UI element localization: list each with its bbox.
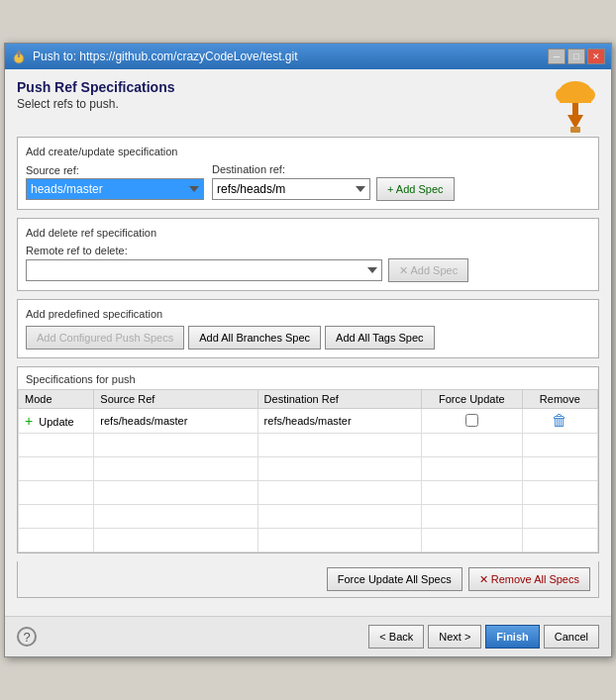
column-force-update: Force Update	[421, 390, 522, 409]
specifications-table: Mode Source Ref Destination Ref Force Up…	[18, 389, 598, 552]
add-all-branches-spec-button[interactable]: Add All Branches Spec	[188, 326, 321, 350]
minimize-button[interactable]: ─	[548, 49, 565, 64]
table-empty-row-2	[19, 457, 598, 481]
predefined-buttons-row: Add Configured Push Specs Add All Branch…	[26, 326, 590, 350]
create-update-title: Add create/update specification	[26, 146, 590, 157]
cloud-upload-icon	[552, 77, 599, 137]
row-remove[interactable]: 🗑	[522, 409, 597, 434]
finish-button[interactable]: Finish	[485, 625, 539, 649]
table-empty-row-5	[19, 529, 598, 552]
main-window: Push to: https://github.com/crazyCodeLov…	[4, 43, 612, 657]
remote-ref-label: Remote ref to delete:	[26, 245, 468, 256]
title-bar-controls: ─ □ ✕	[548, 49, 605, 64]
svg-marker-2	[16, 50, 22, 53]
remote-ref-input-row: ✕ Add Spec	[26, 258, 468, 282]
cancel-button[interactable]: Cancel	[544, 625, 599, 649]
source-ref-label: Source ref:	[26, 164, 204, 176]
add-configured-push-specs-button[interactable]: Add Configured Push Specs	[26, 326, 184, 350]
specifications-section: Specifications for push Mode Source Ref …	[17, 366, 599, 553]
title-bar-left: Push to: https://github.com/crazyCodeLov…	[11, 49, 297, 64]
source-ref-select[interactable]: heads/master	[26, 178, 204, 200]
remote-ref-select[interactable]	[26, 259, 382, 281]
delete-ref-form-row: Remote ref to delete: ✕ Add Spec	[26, 245, 590, 282]
header-area: Push Ref Specifications Select refs to p…	[17, 79, 599, 137]
table-header-row: Mode Source Ref Destination Ref Force Up…	[19, 390, 598, 409]
svg-rect-9	[570, 127, 580, 133]
svg-rect-6	[560, 93, 591, 103]
dest-ref-select[interactable]: refs/heads/m	[212, 178, 370, 200]
column-remove: Remove	[522, 390, 597, 409]
push-icon	[11, 49, 27, 64]
window-title: Push to: https://github.com/crazyCodeLov…	[33, 50, 297, 63]
svg-marker-8	[567, 115, 583, 129]
page-subtitle: Select refs to push.	[17, 97, 174, 111]
source-ref-input-row: heads/master	[26, 178, 204, 200]
maximize-button[interactable]: □	[567, 49, 585, 64]
trash-icon[interactable]: 🗑	[552, 412, 567, 429]
specs-footer: Force Update All Specs ✕ Remove All Spec…	[17, 561, 599, 598]
page-title: Push Ref Specifications	[17, 79, 174, 95]
add-all-tags-spec-button[interactable]: Add All Tags Spec	[325, 326, 434, 350]
header-text: Push Ref Specifications Select refs to p…	[17, 79, 174, 121]
table-row: + Update refs/heads/master refs/heads/ma…	[19, 409, 598, 434]
force-update-all-specs-button[interactable]: Force Update All Specs	[327, 567, 462, 591]
next-button[interactable]: Next >	[428, 625, 481, 649]
row-force-update	[421, 409, 522, 434]
back-button[interactable]: < Back	[368, 625, 424, 649]
remove-all-specs-button[interactable]: ✕ Remove All Specs	[468, 567, 590, 591]
header-icon	[552, 77, 599, 137]
dest-ref-label: Destination ref:	[212, 163, 455, 175]
row-source-ref: refs/heads/master	[94, 409, 257, 434]
row-mode: + Update	[19, 409, 94, 434]
delete-ref-section: Add delete ref specification Remote ref …	[17, 218, 599, 291]
table-empty-row-3	[19, 481, 598, 505]
table-empty-row-1	[19, 434, 598, 457]
create-update-section: Add create/update specification Source r…	[17, 137, 599, 210]
column-mode: Mode	[19, 390, 94, 409]
close-button[interactable]: ✕	[587, 49, 605, 64]
title-bar: Push to: https://github.com/crazyCodeLov…	[5, 44, 611, 69]
bottom-bar: ? < Back Next > Finish Cancel	[5, 616, 611, 656]
row-mode-icon: +	[25, 413, 33, 429]
dest-ref-input-row: refs/heads/m + Add Spec	[212, 177, 455, 201]
remote-ref-group: Remote ref to delete: ✕ Add Spec	[26, 245, 468, 282]
table-body: + Update refs/heads/master refs/heads/ma…	[19, 409, 598, 552]
delete-ref-title: Add delete ref specification	[26, 227, 590, 239]
main-content: Push Ref Specifications Select refs to p…	[5, 69, 611, 616]
predefined-title: Add predefined specification	[26, 308, 590, 320]
force-update-checkbox[interactable]	[465, 414, 478, 427]
bottom-buttons: < Back Next > Finish Cancel	[368, 625, 599, 649]
delete-add-spec-button[interactable]: ✕ Add Spec	[388, 258, 468, 282]
column-source-ref: Source Ref	[94, 390, 257, 409]
column-dest-ref: Destination Ref	[257, 390, 421, 409]
predefined-section: Add predefined specification Add Configu…	[17, 299, 599, 358]
specifications-title: Specifications for push	[18, 367, 598, 389]
dest-ref-group: Destination ref: refs/heads/m + Add Spec	[212, 163, 455, 201]
help-button[interactable]: ?	[17, 627, 37, 647]
source-ref-group: Source ref: heads/master	[26, 164, 204, 200]
table-empty-row-4	[19, 505, 598, 529]
add-spec-button[interactable]: + Add Spec	[376, 177, 455, 201]
row-mode-text: Update	[39, 416, 73, 428]
create-update-form-row: Source ref: heads/master Destination ref…	[26, 163, 590, 201]
row-dest-ref: refs/heads/master	[257, 409, 421, 434]
